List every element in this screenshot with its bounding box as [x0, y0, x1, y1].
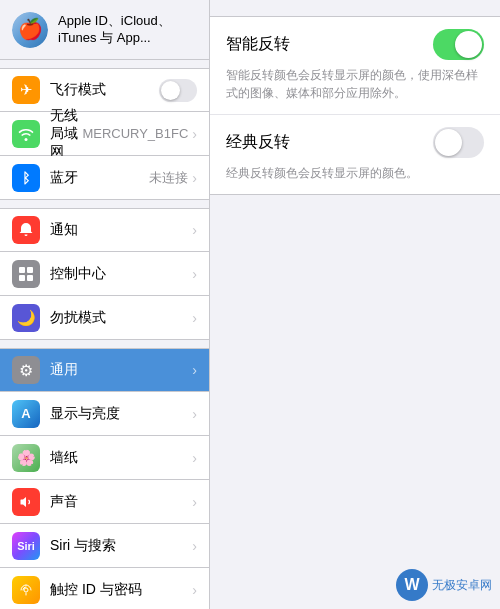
general-chevron: ›	[192, 362, 197, 378]
display-icon: A	[12, 400, 40, 428]
touchid-icon	[12, 576, 40, 604]
svg-rect-2	[19, 267, 25, 273]
sound-chevron: ›	[192, 494, 197, 510]
sidebar-label-touchid: 触控 ID 与密码	[50, 581, 192, 599]
svg-point-6	[24, 588, 28, 592]
wallpaper-chevron: ›	[192, 450, 197, 466]
sidebar-group-settings: ⚙ 通用 › A 显示与亮度 › 🌸 墙纸 › 声音 › Siri	[0, 348, 209, 609]
sidebar-label-airplane: 飞行模式	[50, 81, 159, 99]
disturb-chevron: ›	[192, 310, 197, 326]
classic-invert-toggle[interactable]	[433, 127, 484, 158]
general-icon: ⚙	[12, 356, 40, 384]
apple-id-avatar: 🍎	[12, 12, 48, 48]
sidebar-item-siri[interactable]: Siri Siri 与搜索 ›	[0, 524, 209, 568]
sidebar-apple-id[interactable]: 🍎 Apple ID、iCloud、iTunes 与 App...	[0, 0, 209, 60]
sidebar: 🍎 Apple ID、iCloud、iTunes 与 App... ✈ 飞行模式…	[0, 0, 210, 609]
watermark-logo-letter: W	[404, 576, 419, 594]
siri-chevron: ›	[192, 538, 197, 554]
siri-icon: Siri	[12, 532, 40, 560]
classic-invert-header: 经典反转	[226, 127, 484, 158]
smart-invert-item: 智能反转 ✓ 智能反转颜色会反转显示屏的颜色，使用深色样式的图像、媒体和部分应用…	[210, 17, 500, 115]
wifi-value: MERCURY_B1FC	[82, 126, 188, 141]
smart-invert-toggle[interactable]: ✓	[433, 29, 484, 60]
disturb-icon: 🌙	[12, 304, 40, 332]
sidebar-label-bluetooth: 蓝牙	[50, 169, 149, 187]
display-chevron: ›	[192, 406, 197, 422]
watermark-text: 无极安卓网	[432, 577, 492, 594]
classic-invert-thumb	[435, 129, 462, 156]
sidebar-label-wifi: 无线局域网	[50, 107, 82, 161]
classic-invert-item: 经典反转 经典反转颜色会反转显示屏的颜色。	[210, 115, 500, 194]
sidebar-label-display: 显示与亮度	[50, 405, 192, 423]
sidebar-item-touchid[interactable]: 触控 ID 与密码 ›	[0, 568, 209, 609]
sidebar-item-wifi[interactable]: 无线局域网 MERCURY_B1FC ›	[0, 112, 209, 156]
sidebar-group-alerts: 通知 › 控制中心 › 🌙 勿扰模式 ›	[0, 208, 209, 340]
touchid-chevron: ›	[192, 582, 197, 598]
wifi-icon	[12, 120, 40, 148]
sidebar-item-display[interactable]: A 显示与亮度 ›	[0, 392, 209, 436]
watermark: W 无极安卓网	[396, 569, 492, 601]
bluetooth-chevron: ›	[192, 170, 197, 186]
bluetooth-value: 未连接	[149, 169, 188, 187]
wifi-chevron: ›	[192, 126, 197, 142]
sidebar-item-disturb[interactable]: 🌙 勿扰模式 ›	[0, 296, 209, 340]
svg-rect-4	[19, 275, 25, 281]
svg-rect-5	[27, 275, 33, 281]
sidebar-label-notification: 通知	[50, 221, 192, 239]
control-icon	[12, 260, 40, 288]
airplane-toggle[interactable]	[159, 79, 197, 102]
wallpaper-icon: 🌸	[12, 444, 40, 472]
svg-text:🍎: 🍎	[18, 17, 43, 41]
sidebar-item-general[interactable]: ⚙ 通用 ›	[0, 348, 209, 392]
watermark-logo: W	[396, 569, 428, 601]
smart-invert-header: 智能反转 ✓	[226, 29, 484, 60]
sidebar-label-general: 通用	[50, 361, 192, 379]
classic-invert-title: 经典反转	[226, 132, 290, 153]
smart-invert-thumb	[455, 31, 482, 58]
sidebar-item-airplane[interactable]: ✈ 飞行模式	[0, 68, 209, 112]
sidebar-item-wallpaper[interactable]: 🌸 墙纸 ›	[0, 436, 209, 480]
sidebar-item-notification[interactable]: 通知 ›	[0, 208, 209, 252]
smart-invert-title: 智能反转	[226, 34, 290, 55]
sidebar-item-control[interactable]: 控制中心 ›	[0, 252, 209, 296]
sidebar-label-sound: 声音	[50, 493, 192, 511]
svg-rect-3	[27, 267, 33, 273]
sidebar-label-wallpaper: 墙纸	[50, 449, 192, 467]
sidebar-item-bluetooth[interactable]: ᛒ 蓝牙 未连接 ›	[0, 156, 209, 200]
bluetooth-icon: ᛒ	[12, 164, 40, 192]
sidebar-item-sound[interactable]: 声音 ›	[0, 480, 209, 524]
airplane-toggle-thumb	[161, 81, 180, 100]
sidebar-label-siri: Siri 与搜索	[50, 537, 192, 555]
notification-icon	[12, 216, 40, 244]
classic-invert-desc: 经典反转颜色会反转显示屏的颜色。	[226, 164, 484, 182]
sidebar-label-control: 控制中心	[50, 265, 192, 283]
apple-id-label: Apple ID、iCloud、iTunes 与 App...	[58, 13, 197, 47]
control-chevron: ›	[192, 266, 197, 282]
sound-icon	[12, 488, 40, 516]
invert-section: 智能反转 ✓ 智能反转颜色会反转显示屏的颜色，使用深色样式的图像、媒体和部分应用…	[210, 16, 500, 195]
sidebar-label-disturb: 勿扰模式	[50, 309, 192, 327]
content-panel: 智能反转 ✓ 智能反转颜色会反转显示屏的颜色，使用深色样式的图像、媒体和部分应用…	[210, 0, 500, 609]
sidebar-group-connectivity: ✈ 飞行模式 无线局域网 MERCURY_B1FC › ᛒ 蓝牙 未连接 ›	[0, 68, 209, 200]
airplane-icon: ✈	[12, 76, 40, 104]
smart-invert-desc: 智能反转颜色会反转显示屏的颜色，使用深色样式的图像、媒体和部分应用除外。	[226, 66, 484, 102]
notification-chevron: ›	[192, 222, 197, 238]
